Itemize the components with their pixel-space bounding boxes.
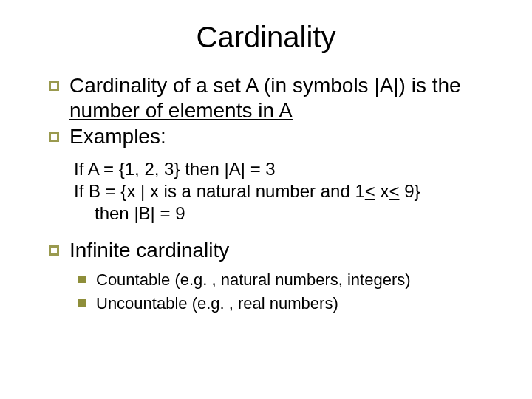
bullet-group-1: Cardinality of a set A (in symbols |A|) …: [49, 73, 502, 149]
examples-block: If A = {1, 2, 3} then |A| = 3 If B = {x …: [74, 158, 502, 225]
bullet-group-2: Infinite cardinality: [49, 238, 502, 263]
example-2-mid: x: [375, 181, 389, 201]
sub-bullet-text: Countable (e.g. , natural numbers, integ…: [96, 270, 411, 290]
example-2-part1: If B = {x | x is a natural number and 1: [74, 181, 365, 201]
square-open-bullet-icon: [49, 132, 59, 142]
bullet-item-examples: Examples:: [49, 124, 502, 149]
sub-bullet-text: Uncountable (e.g. , real numbers): [96, 293, 338, 314]
bullet-text: Examples:: [69, 124, 166, 149]
le-underline-2: <: [389, 181, 399, 201]
sub-bullet-group: Countable (e.g. , natural numbers, integ…: [78, 270, 502, 313]
bullet-text: Cardinality of a set A (in symbols |A|) …: [69, 73, 502, 123]
sub-bullet-countable: Countable (e.g. , natural numbers, integ…: [78, 270, 502, 290]
square-open-bullet-icon: [49, 81, 59, 91]
example-line-2: If B = {x | x is a natural number and 1<…: [74, 180, 502, 202]
example-line-1: If A = {1, 2, 3} then |A| = 3: [74, 158, 502, 180]
slide-title: Cardinality: [30, 21, 502, 54]
sub-bullet-uncountable: Uncountable (e.g. , real numbers): [78, 293, 502, 314]
example-2-part2: 9}: [400, 181, 420, 201]
bullet-item-definition: Cardinality of a set A (in symbols |A|) …: [49, 73, 502, 123]
bullet-text: Infinite cardinality: [69, 238, 229, 263]
square-solid-bullet-icon: [78, 276, 86, 283]
square-solid-bullet-icon: [78, 299, 86, 307]
definition-underlined: number of elements in A: [69, 99, 293, 122]
example-line-3: then |B| = 9: [74, 202, 502, 225]
bullet-item-infinite: Infinite cardinality: [49, 238, 502, 263]
square-open-bullet-icon: [49, 245, 59, 256]
definition-prefix: Cardinality of a set A (in symbols |A|) …: [69, 74, 461, 97]
slide: Cardinality Cardinality of a set A (in s…: [0, 0, 532, 399]
le-underline-1: <: [365, 181, 375, 201]
